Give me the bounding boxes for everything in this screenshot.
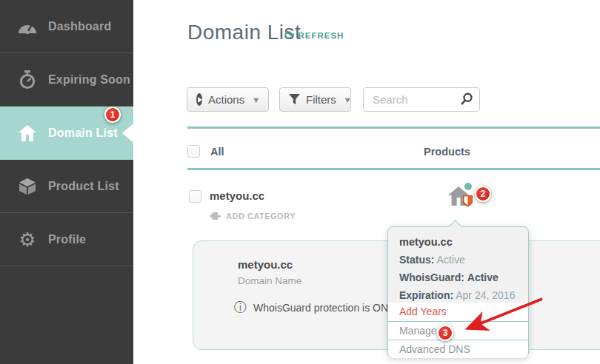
sidebar-item-label: Profile <box>48 233 86 246</box>
gear-icon: ⚙ <box>16 230 39 249</box>
whoisguard-status-row: ⓘ WhoisGuard protection is ON <box>234 301 388 314</box>
tag-plus-icon <box>210 212 221 220</box>
menu-item-advanced-dns[interactable]: Advanced DNS <box>388 340 528 358</box>
whoisguard-label: WhoisGuard: <box>399 272 464 283</box>
sidebar-item-label: Dashboard <box>48 20 111 33</box>
sidebar-item-label: Domain List <box>48 127 118 140</box>
search-box <box>363 87 480 112</box>
funnel-icon <box>289 94 300 105</box>
status-value: Active <box>437 254 465 266</box>
status-label: Status: <box>399 254 434 266</box>
domain-popup: metyou.cc Status: Active WhoisGuard: Act… <box>387 226 529 358</box>
home-icon <box>16 125 39 141</box>
products-column-header: Products <box>424 146 470 158</box>
panel-domain-name: metyou.cc <box>238 258 293 271</box>
box-icon <box>16 178 39 195</box>
popup-expiration-row: Expiration: Apr 24, 2016 <box>399 289 528 301</box>
menu-item-manage[interactable]: Manage <box>388 321 528 340</box>
step-badge-3: 3 <box>437 325 453 341</box>
sidebar-item-product-list[interactable]: Product List <box>0 160 133 213</box>
domain-name-link[interactable]: metyou.cc <box>210 189 264 202</box>
sidebar-item-label: Product List <box>48 180 119 193</box>
sidebar-item-dashboard[interactable]: Dashboard <box>0 0 133 53</box>
expiration-label: Expiration: <box>399 289 453 301</box>
sidebar-item-expiring-soon[interactable]: Expiring Soon <box>0 53 133 107</box>
whoisguard-value: Active <box>467 272 499 283</box>
active-item-notch-icon <box>122 124 133 143</box>
step-badge-2: 2 <box>475 186 491 202</box>
refresh-button[interactable]: ⟳ REFRESH <box>284 30 344 41</box>
popup-domain-name: metyou.cc <box>399 236 528 248</box>
info-icon: ⓘ <box>234 301 247 314</box>
actions-dropdown-button[interactable]: Actions ▼ <box>187 87 269 112</box>
active-status-dot-icon <box>464 183 472 190</box>
filters-dropdown-button[interactable]: Filters ▼ <box>279 87 351 112</box>
popup-info-section: metyou.cc Status: Active WhoisGuard: Act… <box>388 227 528 303</box>
actions-label: Actions <box>208 93 244 106</box>
whoisguard-status-text: WhoisGuard protection is ON <box>253 302 388 314</box>
domain-row-checkbox[interactable] <box>189 190 201 203</box>
popup-menu: Add Years Manage Advanced DNS <box>388 303 528 358</box>
sidebar-item-profile[interactable]: ⚙ Profile <box>0 213 133 266</box>
menu-item-add-years[interactable]: Add Years <box>388 303 528 321</box>
table-header-rule <box>187 168 600 170</box>
sidebar-item-label: Expiring Soon <box>48 73 130 87</box>
expiration-value: Apr 24, 2016 <box>456 289 515 301</box>
refresh-label: REFRESH <box>298 31 344 40</box>
chevron-down-icon: ▼ <box>252 95 260 104</box>
domain-list-page: Dashboard Expiring Soon Domain List Prod… <box>0 0 600 364</box>
panel-domain-type: Domain Name <box>238 275 301 286</box>
select-all-label: All <box>210 146 224 158</box>
add-category-button[interactable]: ADD CATEGORY <box>210 212 296 220</box>
sidebar: Dashboard Expiring Soon Domain List Prod… <box>0 0 133 364</box>
popup-whoisguard-row: WhoisGuard: Active <box>399 272 528 283</box>
add-category-label: ADD CATEGORY <box>226 212 296 220</box>
search-input[interactable] <box>373 93 459 106</box>
refresh-icon: ⟳ <box>284 30 294 41</box>
filters-label: Filters <box>306 93 336 106</box>
select-all-checkbox[interactable] <box>187 145 200 158</box>
whoisguard-shield-icon <box>463 195 473 209</box>
play-circle-icon <box>196 93 202 106</box>
popup-status-row: Status: Active <box>399 254 528 266</box>
chevron-down-icon: ▼ <box>344 95 352 104</box>
step-badge-1: 1 <box>104 107 121 123</box>
dashboard-gauge-icon <box>16 19 39 34</box>
stopwatch-icon <box>16 70 39 90</box>
table-top-rule <box>187 127 600 129</box>
search-icon[interactable] <box>459 92 473 107</box>
